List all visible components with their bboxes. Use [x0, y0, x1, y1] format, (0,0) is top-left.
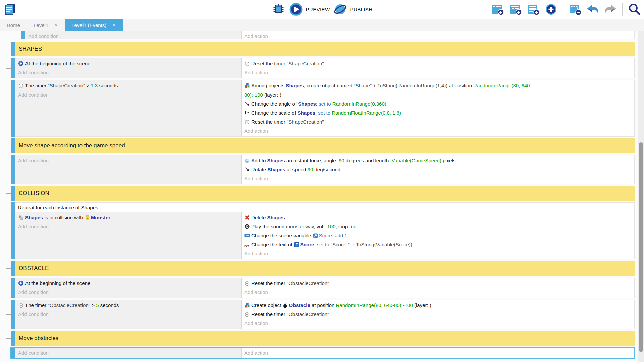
action-line[interactable]: Play the sound monster.wav, vol.: 100, l…	[244, 222, 546, 231]
add-subevent-icon[interactable]	[508, 2, 523, 16]
group-title[interactable]: OBSTACLE	[15, 261, 635, 276]
close-icon[interactable]: ✕	[112, 23, 116, 28]
text-segment: set to	[318, 110, 330, 116]
foreach-header[interactable]: Repeat for each instance of Shapes:	[15, 203, 634, 212]
text-segment: 1	[343, 233, 347, 238]
add-action-button[interactable]: Add action	[244, 174, 632, 183]
text-segment: Variable(GameSpeed)	[392, 158, 441, 163]
event-left-bar[interactable]	[11, 261, 15, 276]
action-line[interactable]: Add to Shapes an instant force, angle: 9…	[244, 156, 546, 165]
text-segment: Reset the timer	[251, 311, 287, 317]
event-left-bar[interactable]	[11, 155, 15, 184]
tab-level1[interactable]: Level1✕	[27, 19, 65, 31]
textobj-icon: T	[294, 242, 299, 247]
group-title[interactable]: Move obstacles	[15, 331, 635, 346]
event-left-bar[interactable]	[11, 80, 15, 137]
add-condition-button[interactable]: Add condition	[18, 222, 238, 231]
add-action-button[interactable]: Add action	[244, 32, 632, 39]
project-manager-icon[interactable]	[3, 2, 17, 16]
event-body: Add conditionAdd action	[25, 31, 635, 39]
event-left-bar[interactable]	[11, 42, 15, 56]
timer-icon	[18, 302, 24, 308]
event-left-bar[interactable]	[11, 138, 15, 153]
tab-level1-events-[interactable]: Level1 (Events)✕	[65, 19, 123, 31]
vertical-scrollbar[interactable]	[638, 31, 644, 362]
action-line[interactable]: Among objects Shapes, create object name…	[244, 81, 546, 99]
tab-home[interactable]: Home	[0, 19, 27, 31]
delete-icon	[244, 215, 250, 220]
add-condition-button[interactable]: Add condition	[28, 32, 238, 39]
scenevar-icon	[313, 233, 318, 238]
add-condition-button[interactable]: Add condition	[18, 310, 238, 319]
condition-line[interactable]: Shapes is in collision with Monster	[18, 213, 238, 222]
action-line[interactable]: VarChange the scene variable Score: add …	[244, 231, 546, 240]
action-line[interactable]: Rotate Shapes at speed 90 deg/second	[244, 165, 546, 174]
condition-line[interactable]: At the beginning of the scene	[18, 279, 238, 288]
condition-line[interactable]: The timer "ShapeCreation" > 1.3 seconds	[18, 81, 238, 90]
sound-icon	[244, 224, 250, 229]
publish-globe-button[interactable]: PUBLISH	[333, 2, 372, 16]
action-line[interactable]: Reset the timer "ObstacleCreation"	[244, 310, 546, 319]
add-action-button[interactable]: Add action	[244, 249, 632, 258]
condition-line[interactable]: The timer "ObstacleCreation" > 5 seconds	[18, 301, 238, 310]
delete-selection-icon[interactable]	[568, 2, 582, 16]
group-title[interactable]: SHAPES	[15, 42, 635, 56]
text-segment: Reset the timer	[251, 119, 287, 125]
debug-button[interactable]	[272, 2, 286, 16]
group-title[interactable]: COLLISION	[15, 186, 635, 201]
action-line[interactable]: Create object Obstacle at position Rando…	[244, 301, 546, 310]
add-condition-button[interactable]: Add condition	[18, 90, 238, 99]
event-left-bar[interactable]	[11, 58, 15, 78]
text-segment: Reset the timer	[251, 280, 287, 286]
text-segment: "ShapeCreation"	[287, 119, 324, 125]
text-segment: "Shape" + ToString(RandomInRange(1,4))	[354, 83, 447, 88]
text-segment: , create object named	[304, 83, 354, 88]
timer-icon	[244, 280, 250, 286]
event-left-bar[interactable]	[11, 278, 15, 298]
add-condition-button[interactable]: Add condition	[18, 156, 238, 165]
text-segment: degrees and length:	[344, 158, 392, 163]
event-row: At the beginning of the sceneAdd conditi…	[11, 58, 635, 78]
add-comment-icon[interactable]	[526, 2, 540, 16]
event-left-bar[interactable]	[11, 331, 15, 346]
text-segment: Reset the timer	[251, 61, 287, 66]
action-line[interactable]: Change the scale of Shapes: set to Rando…	[244, 108, 546, 117]
add-action-button[interactable]: Add action	[244, 319, 632, 328]
selected-event-row: Add conditionAdd action	[11, 347, 635, 359]
action-line[interactable]: Delete Shapes	[244, 213, 546, 222]
action-line[interactable]: Reset the timer "ShapeCreation"	[244, 117, 546, 126]
condition-line[interactable]: At the beginning of the scene	[18, 59, 238, 68]
preview-play-button[interactable]: PREVIEW	[289, 2, 330, 16]
undo-icon[interactable]	[586, 2, 600, 16]
event-left-bar[interactable]	[11, 347, 15, 359]
add-condition-button[interactable]: Add condition	[18, 348, 238, 357]
text-segment: , loop:	[336, 224, 351, 229]
add-event-icon[interactable]	[491, 2, 505, 16]
angle-icon	[244, 101, 250, 107]
group-title[interactable]: Move shape according to the game speed	[15, 138, 635, 153]
main-toolbar: PREVIEWPUBLISH	[0, 0, 644, 19]
event-left-bar[interactable]	[11, 300, 15, 329]
event-left-bar[interactable]	[21, 31, 25, 39]
action-line[interactable]: Reset the timer "ShapeCreation"	[244, 59, 546, 68]
action-line[interactable]: txtChange the text of TScore: set to "Sc…	[244, 240, 546, 249]
text-segment: Create object	[251, 302, 282, 308]
event-left-bar[interactable]	[11, 202, 15, 259]
text-segment: seconds	[99, 302, 119, 308]
action-line[interactable]: Reset the timer "ObstacleCreation"	[244, 279, 546, 288]
search-icon[interactable]	[627, 2, 641, 16]
add-action-button[interactable]: Add action	[244, 288, 632, 297]
add-action-button[interactable]: Add action	[244, 348, 632, 357]
action-line[interactable]: Change the angle of Shapes: set to Rando…	[244, 99, 546, 108]
scrollbar-thumb[interactable]	[639, 142, 643, 352]
add-action-button[interactable]: Add action	[244, 126, 632, 135]
redo-icon[interactable]	[603, 2, 618, 16]
toolbar-right-section	[491, 2, 641, 16]
add-action-button[interactable]: Add action	[244, 68, 632, 77]
add-condition-button[interactable]: Add condition	[18, 288, 238, 297]
add-circle-icon[interactable]	[544, 2, 558, 16]
event-left-bar[interactable]	[11, 186, 15, 201]
close-icon[interactable]: ✕	[54, 23, 58, 28]
text-segment: 5	[96, 302, 99, 308]
add-condition-button[interactable]: Add condition	[18, 68, 238, 77]
